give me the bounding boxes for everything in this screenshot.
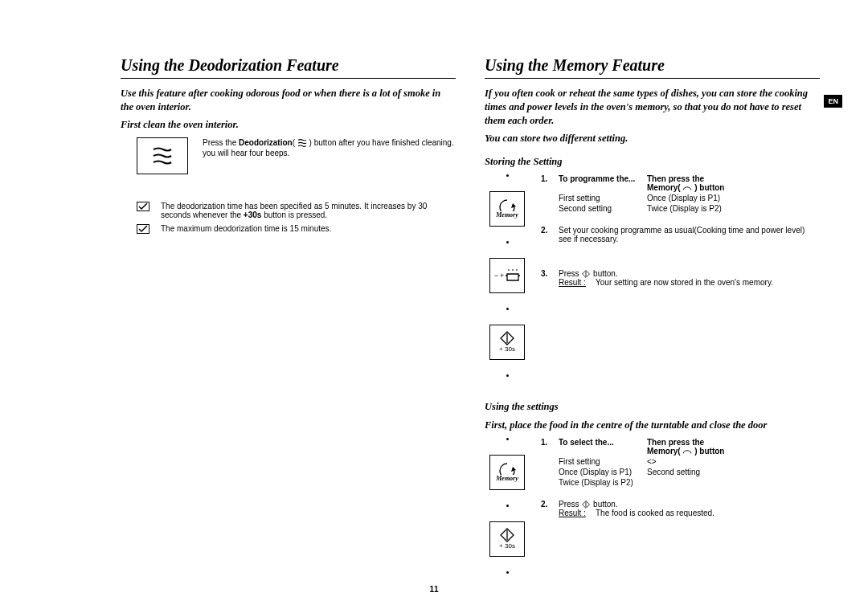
step-number: 1. xyxy=(541,438,552,493)
table-header: To select the... xyxy=(559,438,647,456)
diamond-start-icon xyxy=(500,331,514,345)
result-text: Your setting are now stored in the oven'… xyxy=(596,278,820,287)
table-cell: Twice (Display is P2) xyxy=(559,478,647,487)
note-icon xyxy=(137,202,149,219)
memory-arrow-icon xyxy=(497,198,518,211)
pot-icon xyxy=(506,269,520,282)
left-column: Using the Deodorization Feature Use this… xyxy=(121,56,456,574)
table-cell: Once (Display is P1) xyxy=(647,194,820,202)
result-text: The food is cooked as requested. xyxy=(596,509,820,517)
memory-inline-icon xyxy=(682,184,692,192)
diamond-inline-icon xyxy=(581,270,591,278)
section-title-memory: Using the Memory Feature xyxy=(485,56,820,79)
table-header: To programme the... xyxy=(559,174,647,192)
section-title-deodorization: Using the Deodorization Feature xyxy=(121,56,456,79)
table-cell: First setting xyxy=(559,194,647,202)
page-number: 11 xyxy=(429,585,438,594)
table-cell: Once (Display is P1) xyxy=(559,468,647,476)
note2-text: The maximum deodorization time is 15 min… xyxy=(161,224,331,235)
table-cell: Second setting xyxy=(647,468,820,476)
start-icon-box: + 30s xyxy=(489,325,525,360)
step3-text: Press button. xyxy=(559,269,820,278)
table-cell: Second setting xyxy=(559,204,647,213)
using-heading: Using the settings xyxy=(485,401,820,413)
language-tab: EN xyxy=(824,95,842,108)
step-number: 3. xyxy=(541,269,552,287)
table-header: Then press the Memory( ) button xyxy=(647,174,820,192)
diamond-inline-icon xyxy=(581,501,591,509)
storing-heading: Storing the Setting xyxy=(485,156,820,168)
table-cell: First setting xyxy=(559,457,647,466)
step-number: 2. xyxy=(541,226,552,243)
memory-intro: If you often cook or reheat the same typ… xyxy=(485,87,820,128)
note1-text: The deodorization time has been specifie… xyxy=(161,202,456,219)
manual-page: EN Using the Deodorization Feature Use t… xyxy=(0,0,868,613)
memory-inline-icon xyxy=(682,447,692,456)
memory-arrow-icon xyxy=(497,462,518,475)
steam-inline-icon xyxy=(297,139,307,147)
step2-text: Set your cooking programme as usual(Cook… xyxy=(559,226,820,243)
right-column: Using the Memory Feature If you often co… xyxy=(485,56,820,574)
note-icon xyxy=(137,224,149,235)
cooking-icon-box: − + xyxy=(489,258,525,293)
table-cell: Twice (Display is P2) xyxy=(647,204,820,213)
deodorization-step-text: Press the Deodorization( ) button after … xyxy=(203,137,456,159)
result-label: Result : xyxy=(559,278,596,287)
step-number: 1. xyxy=(541,174,552,219)
start-icon-box: + 30s xyxy=(489,521,525,557)
memory-icon-box: Memory xyxy=(489,455,525,490)
table-header: Then press the Memory( ) button xyxy=(647,438,820,456)
deodorization-intro: Use this feature after cooking odorous f… xyxy=(121,87,456,114)
result-label: Result : xyxy=(559,509,596,517)
deodorization-icon-box xyxy=(137,137,188,174)
deodorization-sub: First clean the oven interior. xyxy=(121,119,456,131)
using-sub: First, place the food in the centre of t… xyxy=(485,419,820,431)
memory-icon-box: Memory xyxy=(489,191,525,227)
steam-icon xyxy=(152,147,173,165)
step-number: 2. xyxy=(541,500,552,517)
u-step2-text: Press button. xyxy=(559,500,820,509)
diamond-start-icon xyxy=(500,528,514,542)
memory-sub: You can store two different setting. xyxy=(485,133,820,145)
